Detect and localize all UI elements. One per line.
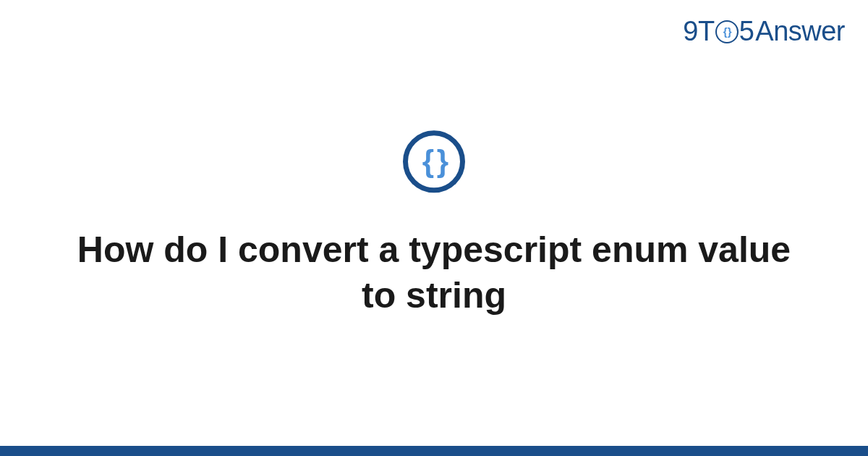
site-logo: 9T { } 5 Answer bbox=[683, 16, 845, 47]
logo-prefix: 9T bbox=[683, 16, 714, 47]
category-braces-glyph: { } bbox=[422, 146, 446, 177]
logo-braces-glyph: { } bbox=[723, 25, 731, 38]
question-title: How do I convert a typescript enum value… bbox=[0, 227, 868, 318]
logo-suffix: Answer bbox=[755, 16, 845, 47]
category-braces-icon: { } bbox=[403, 130, 465, 193]
logo-braces-icon: { } bbox=[715, 20, 739, 43]
footer-accent-bar bbox=[0, 446, 868, 456]
logo-middle: 5 bbox=[739, 16, 754, 47]
main-content: { } How do I convert a typescript enum v… bbox=[0, 130, 868, 318]
